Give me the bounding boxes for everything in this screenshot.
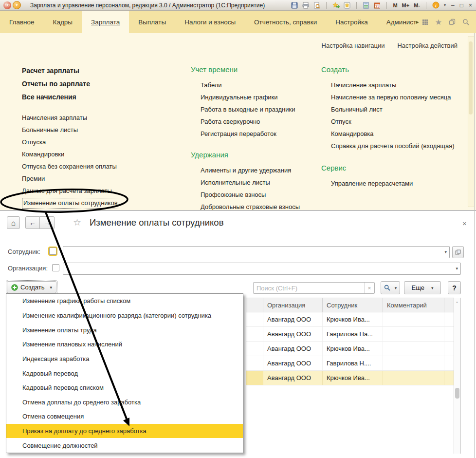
close-window-button[interactable]: × <box>467 2 474 9</box>
tab-vyplaty[interactable]: Выплаты <box>129 11 175 33</box>
add-favorite-icon[interactable] <box>331 1 341 10</box>
print-preview-icon[interactable] <box>312 1 322 10</box>
system-menu-button[interactable]: ▾ <box>13 1 21 9</box>
nav-item-komandirovka[interactable]: Командировка <box>331 128 467 140</box>
search-input[interactable] <box>254 283 364 293</box>
nav-item-otpusk[interactable]: Отпуск <box>331 115 467 128</box>
nav-item-rabota-sverhurochno[interactable]: Работа сверхурочно <box>201 115 318 128</box>
nav-item-raschet-zarplaty[interactable]: Расчет зарплаты <box>22 64 183 77</box>
menu-item[interactable]: Отмена доплаты до среднего заработка <box>6 395 243 409</box>
table-row[interactable]: Авангард ООО Гаврилова Н.... <box>246 356 454 371</box>
nav-item-otchety-po-zarplate[interactable]: Отчеты по зарплате <box>22 77 183 91</box>
panel-scrollbar-thumb[interactable] <box>469 41 473 114</box>
table-header-employee[interactable]: Сотрудник <box>323 298 383 312</box>
help-button[interactable]: ? <box>448 281 461 294</box>
nav-item-spravka-dlya-posobiy[interactable]: Справка для расчета пособий (входящая) <box>331 140 467 152</box>
table-row[interactable]: Авангард ООО Гаврилова На... <box>246 327 454 342</box>
memory-recall-button[interactable]: M <box>391 2 399 8</box>
tabs-overflow-icon[interactable]: ▶ <box>416 11 422 33</box>
all-functions-grid-icon[interactable] <box>422 19 428 25</box>
nav-item-dobrovolnye-strahovye[interactable]: Добровольные страховые взносы <box>201 201 318 210</box>
table-scrollbar[interactable]: ▲ <box>454 298 461 454</box>
info-icon[interactable]: i <box>431 1 440 10</box>
nav-item-nachislenie-zarplaty[interactable]: Начисление зарплаты <box>331 79 467 91</box>
calendar-icon[interactable]: 31 <box>372 1 382 10</box>
minimize-button[interactable]: – <box>449 2 457 9</box>
table-header-organization[interactable]: Организация <box>263 298 323 312</box>
nav-item-upravlenie-pereraschetami[interactable]: Управление перерасчетами <box>331 177 467 190</box>
print-icon[interactable] <box>301 1 311 10</box>
search-clear-icon[interactable]: × <box>364 283 374 293</box>
save-icon[interactable] <box>290 1 299 10</box>
tab-otchetnost[interactable]: Отчетность, справки <box>245 11 326 33</box>
nav-item-registratsiya-pererabotok[interactable]: Регистрация переработок <box>201 128 318 140</box>
nav-item-alimenty[interactable]: Алименты и другие удержания <box>201 164 318 176</box>
menu-item-highlighted[interactable]: Приказ на доплату до среднего заработка <box>6 424 243 439</box>
nav-item-nachislenie-za-pervuyu-polovinu[interactable]: Начисление за первую половину месяца <box>331 91 467 103</box>
menu-item[interactable]: Отмена совмещения <box>6 409 243 424</box>
favorites-icon[interactable] <box>342 1 352 10</box>
memory-subtract-button[interactable]: M- <box>412 2 421 8</box>
actions-settings-link[interactable]: Настройка действий <box>397 42 458 49</box>
menu-item[interactable]: Кадровый перевод <box>6 366 243 381</box>
nav-item-ispolnitelnye-listy[interactable]: Исполнительные листы <box>201 176 318 189</box>
nav-item-otpuska[interactable]: Отпуска <box>22 136 183 148</box>
nav-item-tabeli[interactable]: Табели <box>201 79 318 91</box>
nav-item-premii[interactable]: Премии <box>22 172 183 185</box>
history-icon[interactable] <box>449 19 456 25</box>
table-header-comment[interactable]: Комментарий <box>383 298 444 312</box>
menu-item[interactable]: Изменение графика работы списком <box>6 294 243 308</box>
organization-input[interactable] <box>63 263 461 275</box>
tab-glavnoe[interactable]: Главное <box>0 11 44 33</box>
nav-item-otpuska-bez-sohraneniya[interactable]: Отпуска без сохранения оплаты <box>22 160 183 172</box>
nav-item-rabota-v-vyhodnye[interactable]: Работа в выходные и праздники <box>201 103 318 115</box>
menu-item[interactable]: Индексация заработка <box>6 352 243 366</box>
nav-item-nachisleniya-zarplaty[interactable]: Начисления зарплаты <box>22 112 183 124</box>
more-button[interactable]: Еще ▾ <box>404 281 441 294</box>
tab-kadry[interactable]: Кадры <box>44 11 82 33</box>
forward-button[interactable]: → <box>40 216 55 229</box>
tab-nalogi[interactable]: Налоги и взносы <box>175 11 245 33</box>
form-close-icon[interactable]: × <box>462 219 467 228</box>
navigation-settings-link[interactable]: Настройка навигации <box>322 42 385 49</box>
menu-item[interactable]: Кадровый перевод списком <box>6 381 243 395</box>
nav-item-bolnichnye-listy[interactable]: Больничные листы <box>22 124 183 136</box>
scroll-up-icon[interactable]: ▲ <box>456 301 458 304</box>
favorite-star-icon[interactable]: ☆ <box>73 217 81 228</box>
memory-add-button[interactable]: M+ <box>401 2 411 8</box>
table-row[interactable]: Авангард ООО Крючков Ива... <box>246 342 454 356</box>
organization-filter-checkbox[interactable] <box>52 264 59 271</box>
maximize-button[interactable]: □ <box>458 2 465 9</box>
nav-item-dannye-dlya-rascheta[interactable]: Данные для расчета зарплаты <box>22 185 183 197</box>
global-search-icon[interactable] <box>462 19 469 25</box>
employee-input[interactable] <box>63 246 450 258</box>
create-button[interactable]: Создать ▾ <box>7 281 56 293</box>
nav-item-profsoyuznye-vznosy[interactable]: Профсоюзные взносы <box>201 189 318 201</box>
info-dropdown-icon[interactable]: ▾ <box>442 3 448 7</box>
nav-item-komandirovki[interactable]: Командировки <box>22 148 183 160</box>
tab-administrirovanie[interactable]: Администрирова <box>377 11 416 33</box>
menu-item[interactable]: Совмещение должностей <box>6 438 243 453</box>
advanced-search-button[interactable]: ▾ <box>381 281 400 294</box>
table-row[interactable]: Авангард ООО Крючков Ива... <box>246 312 454 327</box>
panel-scrollbar[interactable] <box>468 36 475 207</box>
calculator-icon[interactable] <box>361 1 371 10</box>
tab-nastroyka[interactable]: Настройка <box>326 11 377 33</box>
employee-choose-button[interactable] <box>452 246 464 258</box>
employee-filter-checkbox[interactable] <box>49 248 56 255</box>
focused-nav-item[interactable]: Изменение оплаты сотрудников <box>22 198 119 209</box>
home-button[interactable]: ⌂ <box>7 216 20 229</box>
table-header-empty[interactable] <box>246 298 263 312</box>
favorites-star-icon[interactable]: ★ <box>435 18 442 27</box>
nav-item-vse-nachisleniya[interactable]: Все начисления <box>22 91 183 104</box>
tab-zarplata[interactable]: Зарплата <box>82 11 129 33</box>
table-scrollbar-thumb[interactable] <box>455 388 459 399</box>
nav-item-bolnichnyy-list[interactable]: Больничный лист <box>331 103 467 115</box>
nav-item-izmenenie-oplaty-sotrudnikov[interactable]: Изменение оплаты сотрудников <box>22 197 183 209</box>
table-row-selected[interactable]: Авангард ООО Крючков Ива... <box>246 371 454 385</box>
nav-item-individualnye-grafiki[interactable]: Индивидуальные графики <box>201 91 318 103</box>
menu-item[interactable]: Изменение плановых начислений <box>6 337 243 352</box>
menu-item[interactable]: Изменение квалификационного разряда (кат… <box>6 308 243 323</box>
back-button[interactable]: ← <box>25 216 40 229</box>
menu-item[interactable]: Изменение оплаты труда <box>6 323 243 337</box>
